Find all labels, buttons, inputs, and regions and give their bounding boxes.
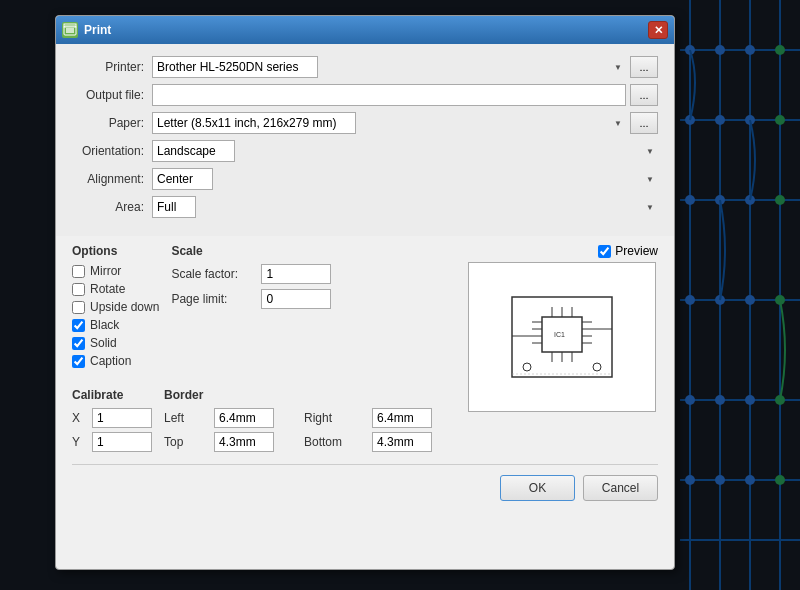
title-bar-left: Print [62, 22, 111, 38]
alignment-input-group: Center [152, 168, 658, 190]
options-section: Options Mirror Rotate Upside down [72, 244, 159, 372]
svg-point-35 [775, 475, 785, 485]
preview-label: Preview [615, 244, 658, 258]
svg-point-28 [715, 475, 725, 485]
mirror-checkbox[interactable] [72, 265, 85, 278]
alignment-select-wrapper[interactable]: Center [152, 168, 658, 190]
calibrate-y-input[interactable] [92, 432, 152, 452]
paper-browse-button[interactable]: ... [630, 112, 658, 134]
right-label: Right [304, 411, 366, 425]
svg-point-29 [745, 475, 755, 485]
calibrate-x-input[interactable] [92, 408, 152, 428]
scale-header: Scale [171, 244, 456, 258]
border-top-input[interactable] [214, 432, 274, 452]
printer-label: Printer: [72, 60, 152, 74]
border-bottom-input[interactable] [372, 432, 432, 452]
black-checkbox[interactable] [72, 319, 85, 332]
print-dialog: Print ✕ Printer: Brother HL-5250DN serie… [55, 15, 675, 570]
mirror-checkbox-row: Mirror [72, 264, 159, 278]
solid-checkbox[interactable] [72, 337, 85, 350]
orientation-row: Orientation: Landscape [72, 140, 658, 162]
border-header: Border [164, 388, 456, 402]
bottom-label: Bottom [304, 435, 366, 449]
preview-label-row: Preview [468, 244, 658, 258]
svg-point-26 [745, 395, 755, 405]
calibrate-header: Calibrate [72, 388, 152, 402]
upside-down-label: Upside down [90, 300, 159, 314]
calibrate-border-row: Calibrate X Y Border Left [72, 380, 456, 456]
scale-factor-row: Scale factor: [171, 264, 456, 284]
area-label: Area: [72, 200, 152, 214]
svg-point-25 [715, 395, 725, 405]
border-left-input[interactable] [214, 408, 274, 428]
printer-row: Printer: Brother HL-5250DN series ... [72, 56, 658, 78]
cancel-button[interactable]: Cancel [583, 475, 658, 501]
output-file-browse-button[interactable]: ... [630, 84, 658, 106]
form-section: Printer: Brother HL-5250DN series ... Ou… [56, 44, 674, 236]
svg-rect-37 [66, 28, 74, 33]
calibrate-y-label: Y [72, 435, 92, 449]
svg-text:IC1: IC1 [554, 331, 565, 338]
alignment-row: Alignment: Center [72, 168, 658, 190]
border-right-input[interactable] [372, 408, 432, 428]
caption-checkbox[interactable] [72, 355, 85, 368]
mirror-label: Mirror [90, 264, 121, 278]
rotate-label: Rotate [90, 282, 125, 296]
close-button[interactable]: ✕ [648, 21, 668, 39]
dialog-title: Print [84, 23, 111, 37]
alignment-label: Alignment: [72, 172, 152, 186]
rotate-checkbox[interactable] [72, 283, 85, 296]
output-file-input-group: ... [152, 84, 658, 106]
options-header: Options [72, 244, 159, 258]
svg-point-13 [715, 45, 725, 55]
upside-down-checkbox-row: Upside down [72, 300, 159, 314]
area-select-wrapper[interactable]: Full [152, 196, 658, 218]
printer-browse-button[interactable]: ... [630, 56, 658, 78]
preview-panel: Preview [468, 244, 658, 456]
svg-point-58 [593, 363, 601, 371]
scale-factor-label: Scale factor: [171, 267, 261, 281]
black-checkbox-row: Black [72, 318, 159, 332]
border-grid: Left Right Top Bottom [164, 408, 456, 452]
orientation-select-wrapper[interactable]: Landscape [152, 140, 658, 162]
left-panel: Options Mirror Rotate Upside down [72, 244, 456, 456]
svg-point-16 [715, 115, 725, 125]
orientation-label: Orientation: [72, 144, 152, 158]
orientation-input-group: Landscape [152, 140, 658, 162]
svg-point-31 [775, 115, 785, 125]
area-select[interactable]: Full [152, 196, 196, 218]
bottom-buttons-row: OK Cancel [56, 465, 674, 511]
svg-point-23 [745, 295, 755, 305]
scale-factor-input[interactable] [261, 264, 331, 284]
svg-point-30 [775, 45, 785, 55]
page-limit-input[interactable] [261, 289, 331, 309]
area-row: Area: Full [72, 196, 658, 218]
ok-button[interactable]: OK [500, 475, 575, 501]
svg-point-18 [685, 195, 695, 205]
printer-select[interactable]: Brother HL-5250DN series [152, 56, 318, 78]
border-section: Border Left Right Top Bottom [164, 388, 456, 456]
scale-section: Scale Scale factor: Page limit: [171, 244, 456, 372]
output-file-row: Output file: ... [72, 84, 658, 106]
paper-label: Paper: [72, 116, 152, 130]
paper-select[interactable]: Letter (8.5x11 inch, 216x279 mm) [152, 112, 356, 134]
output-file-input[interactable] [152, 84, 626, 106]
printer-input-group: Brother HL-5250DN series ... [152, 56, 658, 78]
alignment-select[interactable]: Center [152, 168, 213, 190]
rotate-checkbox-row: Rotate [72, 282, 159, 296]
printer-select-wrapper[interactable]: Brother HL-5250DN series [152, 56, 626, 78]
options-scale-row: Options Mirror Rotate Upside down [72, 244, 456, 372]
paper-select-wrapper[interactable]: Letter (8.5x11 inch, 216x279 mm) [152, 112, 626, 134]
caption-label: Caption [90, 354, 131, 368]
svg-point-57 [523, 363, 531, 371]
top-label: Top [164, 435, 208, 449]
preview-circuit-svg: IC1 [502, 287, 622, 387]
caption-checkbox-row: Caption [72, 354, 159, 368]
upside-down-checkbox[interactable] [72, 301, 85, 314]
svg-point-14 [745, 45, 755, 55]
orientation-select[interactable]: Landscape [152, 140, 235, 162]
svg-point-24 [685, 395, 695, 405]
page-limit-row: Page limit: [171, 289, 456, 309]
preview-checkbox[interactable] [598, 245, 611, 258]
main-content-area: Options Mirror Rotate Upside down [56, 236, 674, 464]
